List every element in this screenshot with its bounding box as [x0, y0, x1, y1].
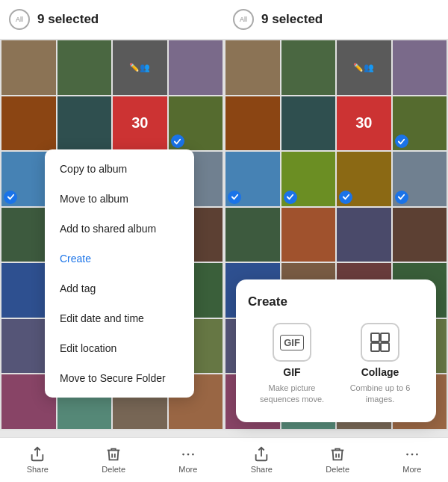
svg-rect-6 — [371, 343, 379, 351]
photo-cell[interactable]: ✏️👥 — [113, 40, 167, 95]
svg-point-2 — [187, 454, 189, 456]
menu-create[interactable]: Create — [45, 244, 194, 274]
photo-cell[interactable] — [393, 96, 447, 151]
right-header: All 9 selected — [224, 0, 448, 39]
gif-desc: Make picture sequences move. — [251, 383, 333, 404]
svg-point-1 — [182, 454, 184, 456]
speed-sign: 30 — [113, 96, 167, 151]
menu-edit-date-time[interactable]: Edit date and time — [45, 303, 194, 333]
menu-edit-location[interactable]: Edit location — [45, 333, 194, 363]
selected-badge — [284, 191, 297, 204]
delete-button[interactable]: Delete — [102, 446, 125, 474]
menu-add-shared-album[interactable]: Add to shared album — [45, 214, 194, 244]
svg-rect-5 — [381, 333, 389, 342]
context-menu: Copy to album Move to album Add to share… — [45, 149, 194, 398]
gif-icon: GIF — [280, 335, 304, 350]
all-label-right: All — [240, 16, 247, 23]
selected-badge — [339, 191, 352, 204]
photo-cell[interactable] — [281, 40, 336, 95]
photo-cell[interactable] — [393, 40, 447, 95]
photo-cell[interactable] — [393, 152, 447, 206]
delete-button-right[interactable]: Delete — [326, 446, 349, 474]
photo-cell[interactable] — [57, 96, 112, 151]
speed-sign: 30 — [337, 96, 391, 151]
create-modal: Create GIF GIF Make picture sequences mo… — [236, 279, 436, 422]
photo-cell[interactable] — [1, 40, 56, 95]
svg-point-3 — [192, 454, 194, 456]
gif-label-text: GIF — [283, 366, 300, 378]
photo-cell[interactable] — [393, 208, 447, 262]
bottom-bar-left: Share Delete More — [0, 437, 224, 482]
collage-desc: Combine up to 6 images. — [339, 383, 421, 404]
more-button[interactable]: More — [178, 446, 197, 474]
photo-cell-30[interactable]: 30 — [113, 96, 167, 151]
selected-badge — [228, 191, 241, 204]
svg-rect-4 — [371, 333, 379, 342]
photo-cell[interactable]: ✏️👥 — [337, 40, 391, 95]
create-options: GIF GIF Make picture sequences move. Col… — [248, 323, 424, 404]
create-collage-option[interactable]: Collage Combine up to 6 images. — [339, 323, 421, 404]
menu-copy-to-album[interactable]: Copy to album — [45, 154, 194, 184]
left-header: All 9 selected — [0, 0, 224, 39]
photo-cell[interactable] — [1, 96, 56, 151]
collage-label-text: Collage — [361, 366, 399, 378]
photo-cell[interactable] — [225, 208, 280, 262]
create-modal-title: Create — [248, 294, 424, 309]
svg-point-10 — [411, 454, 413, 456]
collage-icon — [370, 332, 391, 353]
photo-cell[interactable] — [337, 152, 391, 206]
left-panel: All 9 selected ✏️👥 30 — [0, 0, 224, 482]
create-gif-option[interactable]: GIF GIF Make picture sequences move. — [251, 323, 333, 404]
bottom-bar-right: Share Delete More — [224, 437, 448, 482]
selected-badge — [395, 135, 408, 148]
photo-cell[interactable] — [281, 152, 336, 206]
svg-point-9 — [406, 454, 408, 456]
selected-count-right: 9 selected — [261, 12, 323, 27]
all-button-left[interactable]: All — [9, 9, 30, 30]
gif-icon-box: GIF — [273, 323, 311, 362]
all-button-right[interactable]: All — [233, 9, 254, 30]
selected-count-left: 9 selected — [37, 12, 99, 27]
photo-cell[interactable] — [281, 96, 336, 151]
share-button[interactable]: Share — [27, 446, 49, 474]
menu-move-to-album[interactable]: Move to album — [45, 184, 194, 214]
menu-add-tag[interactable]: Add tag — [45, 274, 194, 303]
photo-cell[interactable] — [169, 96, 223, 151]
selected-badge — [171, 135, 184, 148]
share-button-right[interactable]: Share — [251, 446, 273, 474]
selected-badge — [4, 191, 17, 204]
photo-cell[interactable] — [225, 152, 280, 206]
photo-cell[interactable] — [225, 40, 280, 95]
more-button-right[interactable]: More — [402, 446, 421, 474]
svg-rect-7 — [381, 343, 389, 351]
photo-cell[interactable] — [337, 208, 391, 262]
photo-cell-30[interactable]: 30 — [337, 96, 391, 151]
menu-move-secure-folder[interactable]: Move to Secure Folder — [45, 363, 194, 393]
photo-cell[interactable] — [225, 96, 280, 151]
selected-badge — [395, 191, 408, 204]
svg-point-11 — [416, 454, 418, 456]
photo-cell[interactable] — [169, 40, 223, 95]
photo-cell[interactable] — [281, 208, 336, 262]
all-label-left: All — [16, 16, 23, 23]
collage-icon-box — [361, 323, 399, 362]
photo-cell[interactable] — [57, 40, 112, 95]
right-panel: All 9 selected ✏️👥 30 — [224, 0, 448, 482]
